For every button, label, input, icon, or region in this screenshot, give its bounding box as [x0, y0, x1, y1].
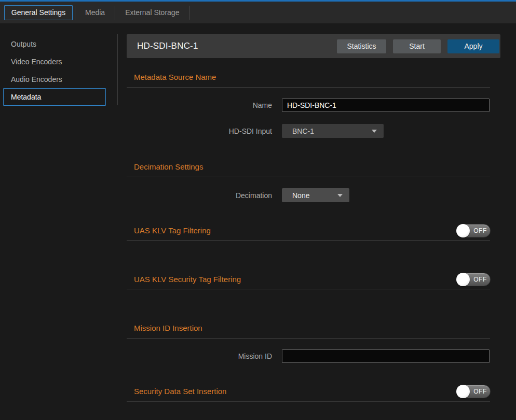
hd-sdi-input-selected-value: BNC-1: [292, 127, 314, 135]
main-panel: HD-SDI-BNC-1 Statistics Start Apply Meta…: [127, 34, 500, 402]
decimation-row: Decimation None: [127, 188, 500, 202]
tab-external-storage[interactable]: External Storage: [116, 2, 188, 23]
tab-divider: [75, 6, 75, 20]
page-title: HD-SDI-BNC-1: [137, 41, 198, 51]
sidebar-item-audio-encoders[interactable]: Audio Encoders: [3, 71, 106, 88]
toggle-state-label: OFF: [470, 225, 490, 237]
mission-id-label: Mission ID: [127, 352, 272, 360]
mission-id-input[interactable]: [282, 349, 490, 363]
name-input[interactable]: [282, 99, 490, 112]
section-divider: [127, 401, 490, 402]
chevron-down-icon: [372, 130, 377, 133]
uas-klv-tag-filtering-header: UAS KLV Tag Filtering OFF: [127, 223, 500, 237]
statistics-button[interactable]: Statistics: [337, 39, 386, 53]
panel-header: HD-SDI-BNC-1 Statistics Start Apply: [127, 34, 500, 58]
apply-button[interactable]: Apply: [447, 39, 499, 53]
mission-id-row: Mission ID: [127, 349, 500, 363]
app-root: General Settings Media External Storage …: [0, 0, 516, 420]
hd-sdi-input-row: HD-SDI Input BNC-1: [127, 124, 500, 138]
hd-sdi-input-select[interactable]: BNC-1: [282, 124, 384, 138]
chevron-down-icon: [337, 194, 343, 197]
toggle-state-label: OFF: [470, 273, 490, 286]
section-title-metadata-source-name: Metadata Source Name: [134, 73, 500, 82]
section-title-uas-klv-security-tag-filtering: UAS KLV Security Tag Filtering: [134, 272, 241, 286]
sidebar-nav: Outputs Video Encoders Audio Encoders Me…: [3, 35, 106, 106]
uas-klv-security-tag-filtering-header: UAS KLV Security Tag Filtering OFF: [127, 272, 500, 286]
sidebar-item-video-encoders[interactable]: Video Encoders: [3, 53, 106, 71]
section-title-security-data-set-insertion: Security Data Set Insertion: [134, 384, 226, 398]
section-title-decimation-settings: Decimation Settings: [134, 162, 500, 172]
start-button[interactable]: Start: [393, 39, 441, 53]
name-label: Name: [127, 101, 272, 109]
section-divider: [127, 87, 490, 88]
name-row: Name: [127, 99, 500, 112]
uas-klv-security-tag-filtering-toggle[interactable]: OFF: [456, 273, 491, 286]
section-divider: [127, 338, 490, 339]
decimation-selected-value: None: [292, 191, 309, 200]
toggle-knob: [456, 224, 470, 237]
top-tab-bar: General Settings Media External Storage: [0, 0, 516, 23]
decimation-select[interactable]: None: [282, 188, 349, 202]
sidebar-item-outputs[interactable]: Outputs: [3, 35, 106, 53]
security-data-set-insertion-header: Security Data Set Insertion OFF: [127, 384, 500, 398]
section-divider: [127, 289, 490, 289]
sidebar-vertical-divider: [117, 34, 118, 105]
tab-divider: [115, 6, 115, 20]
toggle-state-label: OFF: [470, 385, 490, 398]
section-divider: [127, 240, 490, 241]
hd-sdi-input-label: HD-SDI Input: [127, 127, 272, 135]
section-title-uas-klv-tag-filtering: UAS KLV Tag Filtering: [134, 223, 211, 237]
tab-general-settings[interactable]: General Settings: [4, 5, 73, 20]
section-divider: [127, 176, 490, 176]
toggle-knob: [456, 385, 470, 398]
toggle-knob: [456, 273, 470, 286]
security-data-set-insertion-toggle[interactable]: OFF: [456, 385, 491, 398]
panel-actions: Statistics Start Apply: [337, 39, 499, 53]
sidebar-item-metadata[interactable]: Metadata: [3, 88, 106, 106]
uas-klv-tag-filtering-toggle[interactable]: OFF: [456, 224, 491, 237]
tab-divider: [189, 6, 189, 20]
section-title-mission-id-insertion: Mission ID Insertion: [134, 324, 500, 333]
tab-media[interactable]: Media: [76, 2, 114, 23]
decimation-label: Decimation: [127, 191, 272, 200]
